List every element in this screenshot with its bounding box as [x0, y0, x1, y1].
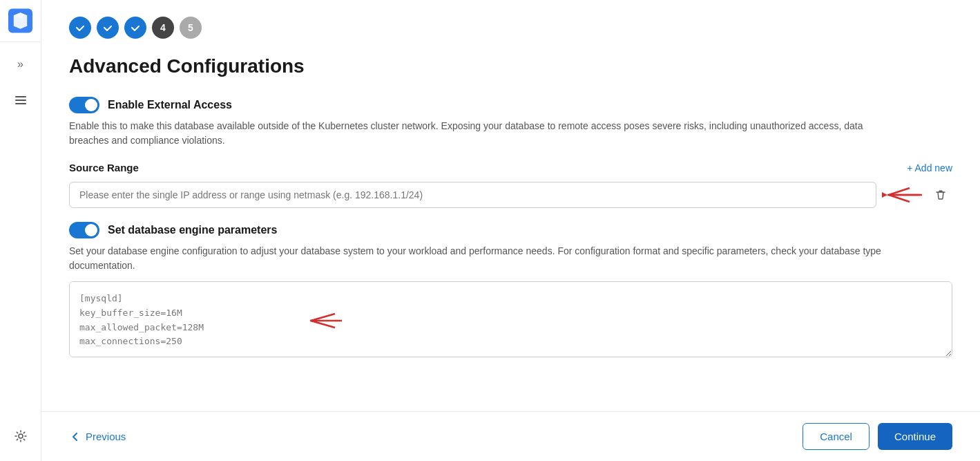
percona-logo: [8, 8, 32, 33]
external-access-toggle-row: Enable External Access: [69, 97, 952, 113]
ip-input-container: [69, 182, 876, 208]
svg-point-4: [19, 434, 23, 438]
trash-icon: [934, 189, 947, 201]
footer-actions: Cancel Continue: [803, 423, 952, 450]
gear-icon: [14, 429, 28, 443]
chevron-right-icon: »: [17, 58, 23, 70]
db-engine-toggle-row: Set database engine parameters: [69, 222, 952, 238]
sidebar-navigation: [7, 86, 35, 461]
cancel-button[interactable]: Cancel: [803, 423, 869, 450]
db-engine-label: Set database engine parameters: [108, 224, 277, 236]
step-5: 5: [180, 17, 202, 39]
db-engine-description: Set your database engine configuration t…: [69, 244, 898, 273]
ip-range-input[interactable]: [69, 182, 876, 208]
external-access-label: Enable External Access: [108, 99, 232, 111]
db-engine-config-textarea[interactable]: [mysqld] key_buffer_size=16M max_allowed…: [69, 281, 952, 357]
sidebar-toggle-button[interactable]: »: [10, 53, 32, 75]
footer: Previous Cancel Continue: [41, 411, 980, 461]
arrow-left-icon: [69, 431, 81, 443]
svg-rect-2: [15, 100, 26, 101]
step-4: 4: [152, 17, 174, 39]
ip-arrow-annotation: [882, 182, 923, 207]
add-new-button[interactable]: + Add new: [907, 162, 952, 173]
config-textarea-wrapper: [mysqld] key_buffer_size=16M max_allowed…: [69, 281, 952, 360]
external-access-description: Enable this to make this database availa…: [69, 119, 898, 148]
continue-button[interactable]: Continue: [878, 423, 952, 450]
svg-rect-1: [15, 96, 26, 97]
previous-button[interactable]: Previous: [69, 431, 126, 443]
step-1: [69, 17, 91, 39]
content-area: 4 5 Advanced Configurations Enable Exter…: [41, 0, 980, 411]
source-range-header: Source Range + Add new: [69, 162, 952, 173]
list-icon: [14, 93, 28, 107]
db-engine-toggle[interactable]: [69, 222, 99, 238]
ip-input-inner: [69, 182, 952, 208]
ip-input-row: [69, 182, 952, 208]
svg-rect-3: [15, 103, 26, 104]
sidebar-item-settings[interactable]: [7, 422, 35, 450]
main-content: 4 5 Advanced Configurations Enable Exter…: [41, 0, 980, 461]
source-range-label: Source Range: [69, 162, 139, 173]
previous-label: Previous: [86, 431, 126, 442]
logo-area: [0, 0, 41, 42]
step-3: [124, 17, 146, 39]
toggle-slider-external: [69, 97, 99, 113]
step-2: [97, 17, 119, 39]
sidebar: »: [0, 0, 41, 461]
page-title: Advanced Configurations: [69, 55, 952, 77]
toggle-slider-db: [69, 222, 99, 238]
steps-indicator: 4 5: [69, 17, 952, 39]
sidebar-item-list[interactable]: [7, 86, 35, 114]
external-access-toggle[interactable]: [69, 97, 99, 113]
delete-ip-button[interactable]: [929, 183, 952, 207]
